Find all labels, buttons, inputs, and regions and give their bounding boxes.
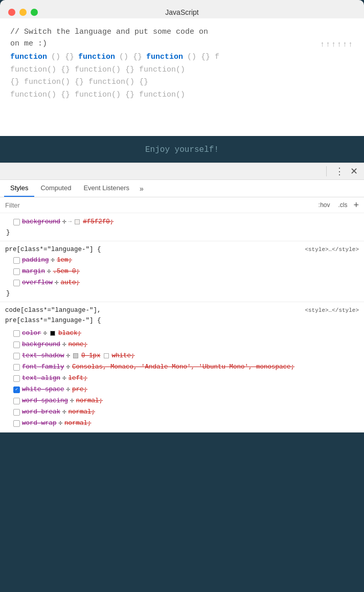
prop-value-overflow: auto; [61,278,80,288]
prop-name-font-family: font-family [22,362,64,372]
prop-row-word-wrap: word-wrap : normal; [5,418,359,429]
tabs-bar: Styles Computed Event Listeners » [0,180,364,197]
prop-checkbox-color[interactable] [13,330,20,337]
selector-line-3b: pre[class*="language-"] { [5,315,359,328]
prop-row-padding: padding : 1em; [5,255,359,266]
prop-value-background-1: #f5f2f0; [83,217,113,227]
prop-colon-margin: : [47,266,51,277]
filter-label: Filter [5,201,20,209]
prop-colon-overflow: : [55,278,59,288]
prop-name-background-3: background [22,339,60,350]
selector-text-2: pre[class*="language-"] { [5,244,101,255]
prop-checkbox-text-shadow[interactable] [13,353,20,359]
tab-computed[interactable]: Computed [34,180,77,197]
fn-keyword-1: function [10,52,47,63]
hov-button[interactable]: :hov [316,200,332,210]
prop-checkbox-font-family[interactable] [13,364,20,371]
style-block-3: code[class*="language-"], <style>…</styl… [0,302,364,432]
devtools-panel: ⋮ ✕ Styles Computed Event Listeners » Fi… [0,163,364,432]
prop-colon-text-align: : [62,373,66,383]
devtools-header: ⋮ ✕ [0,163,364,180]
prop-value-background-3: none; [69,339,88,350]
color-swatch-background-1[interactable] [75,219,80,224]
prop-row-word-spacing: word-spacing : normal; [5,395,359,406]
prop-checkbox-word-spacing[interactable] [13,398,20,404]
prop-colon-text-shadow: : [66,351,71,361]
arrow-1: → [69,217,72,226]
cls-button[interactable]: .cls [336,200,349,210]
color-swatch-color[interactable] [50,331,55,336]
fn-parens-1: () {} [51,52,74,63]
tab-event-listeners[interactable]: Event Listeners [77,180,135,197]
color-swatch-white[interactable] [104,353,109,358]
code-arrows: ↑↑↑↑↑↑ [320,38,354,52]
fn-keyword-3: function [146,52,183,63]
devtools-close-icon[interactable]: ✕ [350,167,358,176]
prop-checkbox-background-3[interactable] [13,341,20,348]
prop-row-white-space: white-space : pre; [5,384,359,395]
selector-text-3b: pre[class*="language-"] { [5,315,101,326]
prop-name-background-1: background [22,217,60,227]
code-comment-2: on me :) [10,38,47,52]
prop-colon-color: : [43,328,48,338]
prop-row-background-1: background : → #f5f2f0; [5,216,359,227]
code-row-4-text: function() {} function() {} function() [10,89,185,101]
source-link-3[interactable]: <style>…</style> [305,306,359,315]
devtools-menu-icon[interactable]: ⋮ [335,167,344,176]
enjoy-section: Enjoy yourself! [0,136,364,163]
code-row-2-text: function() {} function() {} function() [10,64,185,76]
prop-checkbox-word-wrap[interactable] [13,420,20,427]
prop-value-text-shadow: 0 1px [81,351,101,361]
prop-name-padding: padding [22,255,49,265]
prop-value-text-shadow-2: white; [112,351,135,361]
code-editor: // Switch the language and put some code… [0,18,364,136]
prop-checkbox-text-align[interactable] [13,375,20,382]
close-button[interactable] [8,9,15,16]
prop-name-word-wrap: word-wrap [22,418,57,428]
prop-colon-font-family: : [66,362,71,372]
prop-value-font-family: Consolas, Monaco, 'Andale Mono', 'Ubuntu… [72,362,294,372]
prop-checkbox-word-break[interactable] [13,409,20,416]
selector-line-2: pre[class*="language-"] { <style>…</styl… [5,244,359,255]
window-chrome: JavaScript [0,0,364,18]
window-title: JavaScript [165,8,198,16]
source-link-2[interactable]: <style>…</style> [305,245,359,255]
prop-name-overflow: overflow [22,278,53,288]
prop-value-color: black; [58,328,81,338]
styles-content: background : → #f5f2f0; } pre[class*="la… [0,213,364,432]
maximize-button[interactable] [31,9,38,16]
traffic-lights [8,9,38,16]
prop-row-text-align: text-align : left; [5,373,359,384]
prop-colon-white-space: : [66,384,71,395]
code-row-2: function() {} function() {} function() [10,64,354,76]
prop-checkbox-margin[interactable] [13,268,20,275]
prop-name-word-spacing: word-spacing [22,396,68,406]
prop-row-text-shadow: text-shadow : 0 1px white; [5,350,359,361]
minimize-button[interactable] [19,9,27,16]
prop-name-word-break: word-break [22,407,60,417]
close-brace-1: } [5,227,359,238]
prop-value-margin: .5em 0; [53,266,80,277]
prop-colon-1: : [62,217,66,227]
prop-row-word-break: word-break : normal; [5,406,359,418]
fn-parens-3: () {} f [187,52,219,63]
prop-name-color: color [22,328,41,338]
prop-colon-word-wrap: : [59,418,63,428]
prop-row-font-family: font-family : Consolas, Monaco, 'Andale … [5,361,359,373]
prop-checkbox-overflow[interactable] [13,280,20,286]
color-swatch-text-shadow[interactable] [73,353,78,358]
prop-value-text-align: left; [69,373,88,383]
prop-name-text-align: text-align [22,373,60,383]
tab-more[interactable]: » [135,180,148,197]
prop-row-background-3: background : none; [5,339,359,350]
prop-checkbox-padding[interactable] [13,257,20,264]
style-block-2: pre[class*="language-"] { <style>…</styl… [0,241,364,302]
prop-checkbox-white-space[interactable] [13,386,20,393]
close-brace-2: } [5,288,359,299]
prop-colon-word-break: : [62,407,66,417]
selector-text-3: code[class*="language-"], [5,305,101,315]
enjoy-text: Enjoy yourself! [145,145,219,154]
prop-checkbox-background-1[interactable] [13,219,20,225]
add-style-button[interactable]: + [353,200,359,210]
tab-styles[interactable]: Styles [4,180,34,197]
